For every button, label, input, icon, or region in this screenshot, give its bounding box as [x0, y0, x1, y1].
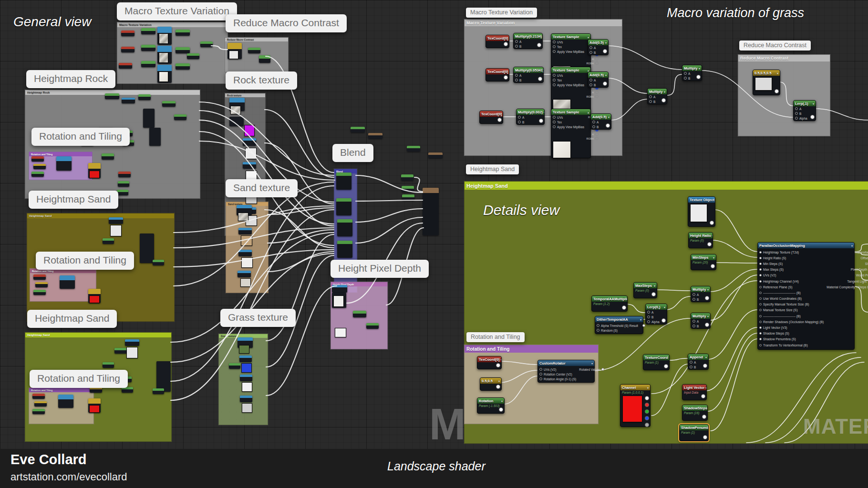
output-pin[interactable]: [651, 292, 656, 296]
node-add-0-5[interactable]: Add(0.5)▾AB: [590, 113, 611, 130]
node-multiply[interactable]: Multiply▾AB: [691, 286, 711, 302]
output-pin[interactable]: [775, 89, 779, 93]
pin[interactable]: [515, 45, 518, 48]
pin[interactable]: [649, 95, 652, 98]
wire[interactable]: [708, 333, 757, 411]
pin[interactable]: [759, 251, 762, 254]
node-shadowsteps[interactable]: ShadowSteps▾Param (16): [682, 405, 708, 421]
output-pin[interactable]: [504, 75, 508, 80]
output-pin[interactable]: [537, 43, 541, 47]
wire[interactable]: [710, 269, 757, 292]
pin[interactable]: [759, 309, 762, 311]
pin[interactable]: [795, 112, 798, 115]
pin[interactable]: [595, 57, 599, 61]
output-pin[interactable]: [696, 75, 701, 79]
pin[interactable]: [692, 325, 695, 327]
pin[interactable]: [595, 95, 599, 98]
output-pin[interactable]: [499, 407, 503, 412]
node-shadowpenumbra[interactable]: ShadowPenumbra▾Param (1): [679, 424, 709, 441]
wire[interactable]: [211, 46, 227, 50]
pin[interactable]: [553, 121, 556, 123]
node-add-0-5[interactable]: Add(0.5)▾AB: [588, 71, 609, 88]
pin[interactable]: [589, 46, 592, 49]
wire[interactable]: [504, 376, 537, 404]
pin[interactable]: [684, 77, 687, 80]
pin[interactable]: [759, 321, 762, 323]
pin[interactable]: [595, 132, 599, 136]
pin[interactable]: [759, 297, 762, 300]
pin[interactable]: [539, 368, 542, 371]
pin[interactable]: [795, 107, 798, 110]
output-pin[interactable]: [645, 409, 649, 414]
pin[interactable]: [553, 50, 556, 53]
pin[interactable]: [553, 116, 556, 119]
output-pin[interactable]: [661, 318, 666, 323]
pin[interactable]: [515, 79, 518, 81]
wire[interactable]: [608, 78, 647, 93]
pin[interactable]: [795, 117, 798, 120]
pin[interactable]: [553, 79, 556, 81]
output-pin[interactable]: [496, 385, 500, 389]
wire[interactable]: [715, 210, 757, 252]
node-multiply[interactable]: Multiply▾AB: [647, 88, 667, 104]
wire[interactable]: [356, 209, 423, 222]
wire[interactable]: [712, 240, 757, 257]
pin[interactable]: [690, 361, 692, 364]
wire[interactable]: [266, 286, 337, 396]
node-add-0-5[interactable]: Add(0.5)▾AB: [588, 39, 609, 55]
pin[interactable]: [518, 116, 521, 119]
node-maxsteps[interactable]: MaxSteps▾Param (0): [633, 282, 657, 298]
pin[interactable]: [649, 100, 652, 103]
wire[interactable]: [414, 177, 423, 192]
pin[interactable]: [539, 377, 542, 380]
pin[interactable]: [759, 326, 762, 329]
pin[interactable]: [647, 315, 650, 318]
wire[interactable]: [626, 304, 645, 313]
node-customrotator[interactable]: CustomRotator▾UVs (V2)Rotation Center (V…: [537, 360, 595, 383]
pin[interactable]: [592, 121, 595, 123]
output-pin[interactable]: [603, 49, 607, 53]
node-texcoord-0[interactable]: TexCoord[0]▾: [479, 111, 503, 124]
wire[interactable]: [608, 46, 682, 70]
wire[interactable]: [669, 358, 688, 360]
pin[interactable]: [759, 344, 762, 346]
pin[interactable]: [553, 125, 556, 128]
pin[interactable]: [592, 125, 595, 128]
output-pin[interactable]: [703, 364, 707, 368]
node-multiply-0-2134[interactable]: Multiply(0.2134)▾AB: [513, 33, 543, 49]
node-0-5-0-5-0-5[interactable]: 0.5,0.5,0.5▾: [753, 70, 780, 95]
output-pin[interactable]: [705, 296, 709, 300]
wire[interactable]: [356, 175, 423, 193]
pin[interactable]: [595, 61, 599, 65]
pin[interactable]: [595, 137, 599, 140]
pin[interactable]: [759, 338, 762, 340]
node-texture-object[interactable]: Texture Object▾: [688, 196, 715, 227]
wire[interactable]: [174, 182, 334, 286]
wire[interactable]: [174, 228, 334, 248]
output-pin[interactable]: [703, 435, 707, 439]
pin[interactable]: [539, 373, 542, 376]
node-append[interactable]: Append▾AB: [688, 354, 709, 370]
node-temporalaamultiplier[interactable]: TemporalAAMultiplier▾Param (1.2): [591, 295, 628, 312]
pin[interactable]: [589, 51, 592, 54]
output-pin[interactable]: [645, 396, 649, 400]
node-texturecoord[interactable]: TextureCoord▾Param (1): [643, 354, 670, 370]
pin[interactable]: [759, 257, 762, 259]
node-parallaxocclusionmapping[interactable]: ParallaxOcclusionMapping▾Heightmap Textu…: [757, 242, 855, 350]
wire[interactable]: [199, 102, 334, 175]
node-lerp-0[interactable]: Lerp(0,)▾ABAlpha: [645, 304, 667, 325]
node-texcoord-0[interactable]: TexCoord[0]▾: [486, 35, 509, 48]
pin[interactable]: [553, 74, 556, 77]
node-light-vector[interactable]: Light Vector▾Input Data: [682, 384, 707, 400]
node-texcoord-0[interactable]: TexCoord[0]▾: [486, 68, 509, 81]
output-pin[interactable]: [702, 415, 706, 419]
pin[interactable]: [515, 74, 518, 77]
wire[interactable]: [611, 99, 647, 120]
pin[interactable]: [690, 366, 692, 368]
output-pin[interactable]: [701, 394, 705, 398]
pin[interactable]: [759, 280, 762, 283]
pin[interactable]: [553, 45, 556, 48]
output-pin[interactable]: [603, 81, 607, 86]
pin[interactable]: [601, 368, 604, 371]
pin[interactable]: [647, 320, 650, 323]
